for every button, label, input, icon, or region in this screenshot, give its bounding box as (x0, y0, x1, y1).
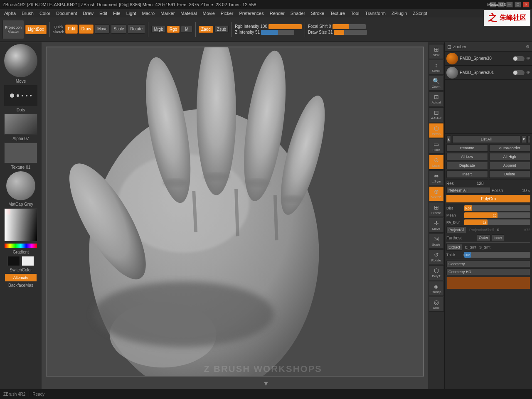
background-color[interactable] (22, 256, 34, 266)
brush-preview[interactable] (4, 44, 37, 77)
tool-scale2[interactable]: ⇲ Scale (429, 234, 444, 249)
maximize-button[interactable]: □ (515, 2, 521, 7)
rename-btn[interactable]: Rename (446, 144, 488, 152)
brown-swatch[interactable] (446, 277, 530, 289)
subtool-item-1[interactable]: PM3D_Sphere30 👁 (445, 52, 532, 66)
menu-draw[interactable]: Draw (80, 10, 96, 17)
append-btn[interactable]: Append (489, 162, 531, 169)
tool-lsym[interactable]: ⇔ L.Sym (429, 170, 444, 185)
project-all-btn[interactable]: ProjectAll (446, 227, 466, 233)
list-all-btn[interactable]: List All (452, 135, 520, 143)
move-btn[interactable]: Move (95, 25, 110, 34)
projection-master-btn[interactable]: Projection Master (2, 20, 24, 39)
tool-move2[interactable]: ✛ Move (429, 218, 444, 233)
foreground-color[interactable] (7, 256, 20, 266)
minimize-button[interactable]: ─ (506, 2, 513, 7)
menu-color[interactable]: Color (37, 10, 53, 17)
sculpt-canvas[interactable] (47, 47, 423, 376)
scale-btn[interactable]: Scale (111, 25, 126, 34)
lightbox-btn[interactable]: LightBox (25, 25, 47, 34)
z-intensity-slider[interactable] (261, 30, 294, 35)
tool-frame[interactable]: ⊞ Frame (429, 202, 444, 217)
dist-slider[interactable]: 0.02 (464, 205, 530, 211)
subtool-eye-2[interactable]: 👁 (526, 70, 530, 75)
menu-preferences[interactable]: Preferences (236, 10, 266, 17)
auto-reorder-btn[interactable]: AutoReorder (489, 144, 531, 152)
duplicate-btn[interactable]: Duplicate (446, 162, 488, 169)
rgb-btn[interactable]: Rgb (167, 26, 180, 33)
tool-transp[interactable]: ◈ Transp (429, 281, 444, 296)
tool-persp[interactable]: ⬡ Persp (429, 123, 444, 138)
tool-local[interactable]: ⊙ Local (429, 155, 444, 170)
subtool-item-2[interactable]: PM3D_Sphere301 👁 (445, 66, 532, 80)
menu-brush[interactable]: Brush (19, 10, 36, 17)
menu-transform[interactable]: Transform (362, 10, 388, 17)
focal-shift-slider[interactable] (332, 24, 366, 29)
insert-btn[interactable]: Insert (446, 170, 488, 178)
tool-spix[interactable]: ⊞ SPix (429, 44, 444, 59)
menu-picker[interactable]: Picker (218, 10, 236, 17)
all-low-btn[interactable]: All Low (446, 153, 488, 160)
geometry-hd-btn[interactable]: Geometry HD (446, 268, 530, 275)
tool-rotate2[interactable]: ↺ Rotate (429, 249, 444, 264)
stroke-preview[interactable] (4, 85, 37, 106)
pa-blur-slider[interactable]: 18 (464, 219, 530, 225)
hue-slider[interactable] (4, 243, 37, 248)
menu-texture[interactable]: Texture (328, 10, 347, 17)
extract-btn[interactable]: Extract (446, 244, 462, 251)
down-arrow-btn[interactable]: ▼ (522, 135, 526, 143)
remesh-all-btn[interactable]: ReMesh All (446, 187, 490, 194)
rgb-intensity-slider[interactable] (268, 24, 302, 29)
texture-preview[interactable] (4, 143, 37, 163)
menu-stroke[interactable]: Stroke (308, 10, 327, 17)
nav-arrow[interactable]: ▼ (263, 380, 269, 387)
all-high-btn[interactable]: All High (489, 153, 531, 160)
tool-scroll[interactable]: ↕ Scroll (429, 60, 444, 75)
canvas-area[interactable]: Z BRUSH WORKSHOPS (42, 42, 428, 389)
close-button[interactable]: ✕ (523, 2, 530, 7)
tool-solo[interactable]: ◎ Solo (429, 297, 444, 312)
default-script-button[interactable]: DefaultZScript (498, 2, 505, 7)
mean-slider[interactable]: 25 (464, 212, 530, 218)
menu-shader[interactable]: Shader (288, 10, 308, 17)
rotate-btn[interactable]: Rotate (128, 25, 145, 34)
menu-movie[interactable]: Movie (200, 10, 217, 17)
mrgb-btn[interactable]: Mrgb (151, 26, 166, 33)
material-preview[interactable] (6, 171, 35, 200)
thick-slider[interactable]: 0.02 (464, 252, 530, 258)
tool-floor[interactable]: ▭ Floor (429, 139, 444, 154)
subtool-toggle-1[interactable] (513, 56, 525, 61)
geometry-btn[interactable]: Geometry (446, 261, 530, 267)
zsub-btn[interactable]: Zsub (214, 26, 229, 33)
tool-zoom[interactable]: 🔍 Zoom (429, 76, 444, 91)
menu-edit[interactable]: Edit (97, 10, 110, 17)
menu-light[interactable]: Light (124, 10, 139, 17)
menu-render[interactable]: Render (267, 10, 287, 17)
tool-actual[interactable]: ⊡ Actual (429, 91, 444, 106)
menu-zscript[interactable]: ZScript (410, 10, 430, 17)
menu-tool[interactable]: Tool (348, 10, 362, 17)
color-picker[interactable] (4, 208, 37, 241)
menu-alpha[interactable]: Alpha (2, 10, 18, 17)
menu-material[interactable]: Material (178, 10, 199, 17)
up-arrow-btn[interactable]: ▲ (446, 135, 451, 143)
alpha-preview[interactable] (4, 114, 37, 135)
inner-btn[interactable]: Inner (492, 234, 505, 241)
edit-btn[interactable]: Edit (65, 25, 77, 34)
subtool-eye-1[interactable]: 👁 (526, 56, 530, 61)
polish-circle[interactable]: ○ (528, 188, 530, 193)
menu-macro[interactable]: Macro (140, 10, 158, 17)
outer-btn[interactable]: Outer (477, 234, 490, 241)
tool-aahalf[interactable]: ⊟ AAHalf (429, 107, 444, 122)
m-btn[interactable]: M (181, 26, 192, 33)
menu-document[interactable]: Document (54, 10, 79, 17)
menu-marker[interactable]: Marker (158, 10, 177, 17)
menu-file[interactable]: File (111, 10, 123, 17)
draw-size-slider[interactable] (334, 30, 367, 35)
draw-btn[interactable]: Draw (79, 25, 94, 34)
tool-polyt[interactable]: ⬡ PolyT (429, 265, 444, 280)
alternate-btn[interactable]: Alternate (5, 274, 37, 281)
tool-wxyz[interactable]: ⊕ WXYZ (429, 186, 444, 201)
zadd-btn[interactable]: Zadd (199, 26, 213, 33)
poly-grp-btn[interactable]: PolyGrp (446, 195, 530, 202)
